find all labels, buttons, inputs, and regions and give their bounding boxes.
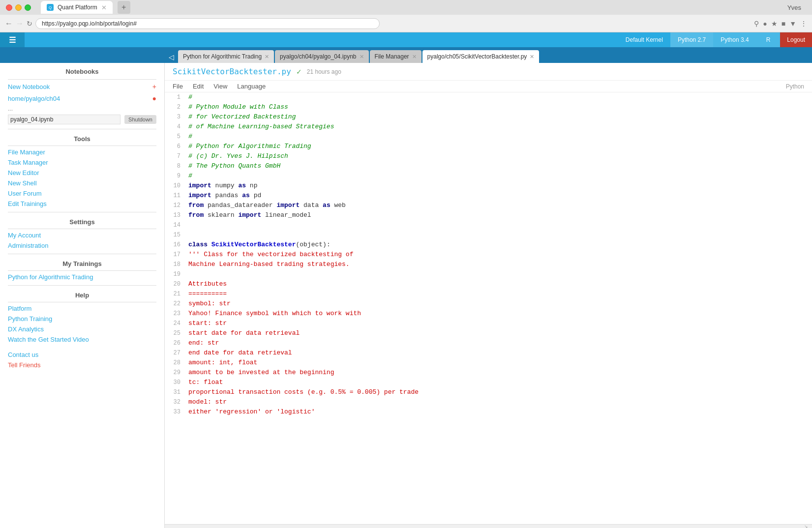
code-line: 32 model: str — [165, 397, 812, 407]
tab-python-trading[interactable]: Python for Algorithmic Trading ✕ — [178, 50, 274, 63]
training-python[interactable]: Python for Algorithmic Trading — [0, 272, 164, 282]
python34-button[interactable]: Python 3.4 — [713, 32, 756, 47]
browser-tab[interactable]: Q Quant Platform ✕ — [41, 1, 113, 14]
tab-notebook[interactable]: pyalgo/ch04/pyalgo_04.ipynb ✕ — [275, 50, 368, 63]
traffic-lights — [6, 4, 31, 11]
new-notebook-item[interactable]: New Notebook + — [0, 81, 164, 92]
editor-bottom: ↘ — [165, 524, 812, 528]
back-button[interactable]: ← — [5, 19, 13, 28]
logout-button[interactable]: Logout — [780, 32, 812, 47]
minimize-button[interactable] — [15, 4, 22, 11]
kernel-section: Default Kernel Python 2.7 Python 3.4 R L… — [618, 32, 812, 47]
tool-user-forum[interactable]: User Forum — [0, 188, 164, 199]
menu-language[interactable]: Language — [237, 83, 266, 90]
url-icons: ⚲ ● ★ ■ ▼ ⋮ — [754, 20, 807, 28]
code-line: 30 tc: float — [165, 378, 812, 387]
person-icon[interactable]: ● — [763, 20, 767, 28]
tab-scikit[interactable]: pyalgo/ch05/ScikitVectorBacktester.py ✕ — [422, 50, 540, 63]
code-line: 3 # for Vectorized Backtesting — [165, 112, 812, 122]
home-pyalgo-label: home/pyalgo/ch04 — [8, 95, 60, 102]
line-content: tc: float — [184, 378, 812, 387]
line-content: Attributes — [184, 279, 812, 289]
line-num: 15 — [165, 230, 184, 240]
tab-python-trading-close[interactable]: ✕ — [265, 54, 269, 60]
code-line: 31 proportional transaction costs (e.g. … — [165, 387, 812, 397]
maximize-button[interactable] — [25, 4, 31, 11]
python27-button[interactable]: Python 2.7 — [670, 32, 713, 47]
help-section-title: Help — [0, 289, 164, 301]
forward-button[interactable]: → — [16, 19, 24, 28]
tell-friends[interactable]: Tell Friends — [0, 360, 164, 370]
editor-menubar: File Edit View Language Python — [165, 81, 812, 92]
tab-file-manager-close[interactable]: ✕ — [412, 54, 417, 60]
tool-task-manager[interactable]: Task Manager — [0, 157, 164, 168]
line-num: 27 — [165, 348, 184, 358]
menu-file[interactable]: File — [173, 83, 183, 90]
tab-notebook-close[interactable]: ✕ — [360, 54, 364, 60]
line-num: 6 — [165, 142, 184, 151]
setting-my-account[interactable]: My Account — [0, 230, 164, 240]
code-line: 25 start date for data retrieval — [165, 328, 812, 338]
line-num: 17 — [165, 250, 184, 260]
line-num: 5 — [165, 132, 184, 142]
contact-us[interactable]: Contact us — [0, 350, 164, 360]
code-line: 2 # Python Module with Class — [165, 102, 812, 112]
help-platform[interactable]: Platform — [0, 303, 164, 314]
tool-edit-trainings[interactable]: Edit Trainings — [0, 199, 164, 209]
divider5 — [8, 229, 156, 229]
menu-icon[interactable]: ⋮ — [800, 20, 807, 28]
code-line: 16 class ScikitVectorBacktester(object): — [165, 240, 812, 250]
line-content: # — [184, 171, 812, 181]
line-content: # of Machine Learning-based Strategies — [184, 122, 812, 132]
line-num: 31 — [165, 387, 184, 397]
shield-icon[interactable]: ■ — [782, 20, 785, 28]
code-line: 7 # (c) Dr. Yves J. Hilpisch — [165, 151, 812, 161]
line-num: 4 — [165, 122, 184, 132]
line-content: end date for data retrieval — [184, 348, 812, 358]
line-num: 19 — [165, 269, 184, 279]
tab-scikit-close[interactable]: ✕ — [530, 54, 534, 60]
editor-titlebar: ScikitVectorBacktester.py ✓ 21 hours ago — [165, 63, 812, 81]
tool-file-manager[interactable]: File Manager — [0, 147, 164, 157]
resize-corner-icon: ↘ — [804, 524, 808, 528]
line-num: 20 — [165, 279, 184, 289]
help-dx-analytics[interactable]: DX Analytics — [0, 324, 164, 334]
new-tab-button[interactable]: + — [118, 1, 130, 14]
line-num: 30 — [165, 378, 184, 387]
menu-view[interactable]: View — [213, 83, 227, 90]
tab-notebook-label: pyalgo/ch04/pyalgo_04.ipynb — [280, 53, 356, 60]
help-watch-video[interactable]: Watch the Get Started Video — [0, 334, 164, 345]
reload-button[interactable]: ↻ — [27, 20, 32, 28]
setting-administration[interactable]: Administration — [0, 240, 164, 251]
code-line: 28 amount: int, float — [165, 358, 812, 368]
shutdown-button[interactable]: Shutdown — [124, 115, 156, 124]
tool-new-shell[interactable]: New Shell — [0, 178, 164, 188]
code-line: 17 ''' Class for the vectorized backtest… — [165, 250, 812, 260]
line-content: amount to be invested at the beginning — [184, 368, 812, 378]
url-input[interactable] — [35, 18, 380, 29]
r-button[interactable]: R — [756, 32, 781, 47]
star-icon[interactable]: ★ — [771, 20, 778, 28]
download-icon[interactable]: ▼ — [789, 20, 796, 28]
line-content: amount: int, float — [184, 358, 812, 368]
collapse-button[interactable]: ◁ — [165, 53, 178, 63]
help-python-training[interactable]: Python Training — [0, 314, 164, 324]
divider1 — [8, 79, 156, 80]
line-num: 16 — [165, 240, 184, 250]
line-num: 3 — [165, 112, 184, 122]
code-line: 5 # — [165, 132, 812, 142]
home-pyalgo-item[interactable]: home/pyalgo/ch04 ● — [0, 92, 164, 104]
close-button[interactable] — [6, 4, 12, 11]
bookmark-icon[interactable]: ⚲ — [754, 20, 759, 28]
divider7 — [8, 270, 156, 271]
line-content — [184, 220, 812, 230]
tab-close-icon[interactable]: ✕ — [101, 4, 107, 11]
tool-new-editor[interactable]: New Editor — [0, 168, 164, 178]
code-editor[interactable]: 1 # 2 # Python Module with Class 3 # for… — [165, 92, 812, 524]
file-name-input[interactable] — [8, 115, 120, 124]
code-line: 27 end date for data retrieval — [165, 348, 812, 358]
code-line: 20 Attributes — [165, 279, 812, 289]
tab-file-manager[interactable]: File Manager ✕ — [370, 50, 421, 63]
line-content: # (c) Dr. Yves J. Hilpisch — [184, 151, 812, 161]
menu-edit[interactable]: Edit — [193, 83, 204, 90]
